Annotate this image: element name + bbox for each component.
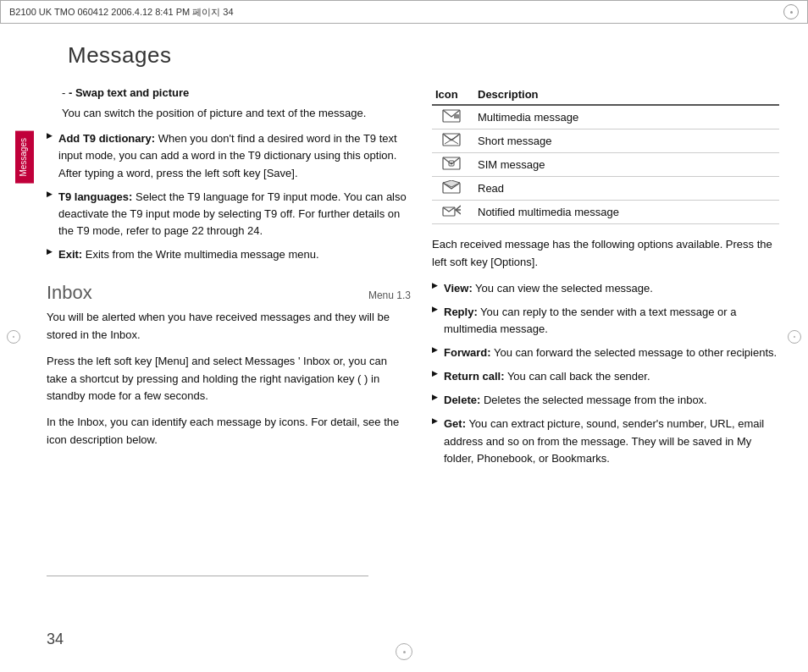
bullet-forward-label: Forward:: [444, 346, 491, 359]
svg-rect-1: [454, 114, 459, 118]
swap-title-text: - Swap text and picture: [69, 86, 189, 99]
icon-notified: [432, 201, 474, 224]
inbox-title-row: Inbox Menu 1.3: [47, 282, 411, 304]
icon-short: [432, 129, 474, 153]
inbox-para1: You will be alerted when you have receiv…: [47, 309, 411, 344]
swap-dash: -: [62, 86, 69, 99]
icon-read: [432, 177, 474, 201]
bullet-reply-text: You can reply to the sender with a text …: [444, 306, 736, 335]
bullet-forward-text: You can forward the selected message to …: [491, 346, 777, 359]
right-circle-decoration: [788, 330, 801, 344]
desc-notified: Notified multimedia message: [474, 201, 779, 224]
table-col-desc: Description: [474, 85, 779, 105]
right-bullet-delete: Delete: Deletes the selected message fro…: [432, 392, 779, 409]
bullet-delete-text: Deletes the selected message from the in…: [480, 394, 706, 406]
desc-multimedia: Multimedia message: [474, 105, 779, 129]
icon-multimedia: [432, 105, 474, 129]
bullet-t9-label: T9 languages:: [58, 190, 132, 203]
short-msg-icon: [442, 133, 461, 146]
bullet-delete-label: Delete:: [444, 394, 480, 406]
each-received-para: Each received message has the following …: [432, 236, 779, 272]
bullet-get-text: You can extract picture, sound, sender's…: [444, 417, 764, 464]
inbox-para2: Press the left soft key [Menu] and selec…: [47, 353, 411, 405]
bullet-view-label: View:: [444, 282, 473, 295]
desc-short: Short message: [474, 129, 779, 153]
header-circle-inner: [790, 11, 793, 14]
bottom-center-circle: [396, 643, 412, 660]
swap-body: You can switch the position of picture a…: [62, 105, 411, 122]
bullet-add-t9-label: Add T9 dictionary:: [58, 132, 155, 145]
bullet-return-label: Return call:: [444, 370, 505, 383]
icon-sim: [432, 153, 474, 177]
right-bullet-return-call: Return call: You can call back the sende…: [432, 368, 779, 385]
header-circle: [783, 4, 799, 19]
right-bullet-get: Get: You can extract picture, sound, sen…: [432, 416, 779, 466]
left-circle-inner: [13, 336, 14, 338]
bottom-circle-inner: [403, 651, 406, 653]
swap-section: - - Swap text and picture You can switch…: [62, 85, 411, 122]
header-bar: B2100 UK TMO 060412 2006.4.12 8:41 PM 페이…: [0, 0, 808, 24]
icon-table: Icon Description Multimedia message: [432, 85, 779, 224]
bullet-reply-label: Reply:: [444, 306, 478, 318]
bullet-exit: Exit: Exits from the Write multimedia me…: [47, 246, 411, 263]
inbox-para3: In the Inbox, you can identify each mess…: [47, 414, 411, 449]
bullet-t9-languages: T9 languages: Select the T9 language for…: [47, 189, 411, 240]
multimedia-msg-icon: [442, 109, 461, 123]
right-bullet-forward: Forward: You can forward the selected me…: [432, 344, 779, 361]
swap-title: - - Swap text and picture: [62, 85, 411, 102]
table-row-read: Read: [432, 177, 779, 201]
left-content: - - Swap text and picture You can switch…: [47, 85, 411, 458]
table-row-multimedia: Multimedia message: [432, 105, 779, 129]
menu-label: Menu 1.3: [368, 289, 411, 301]
table-col-icon: Icon: [432, 85, 474, 105]
header-text: B2100 UK TMO 060412 2006.4.12 8:41 PM 페이…: [9, 6, 234, 19]
notified-msg-icon: [442, 204, 461, 218]
desc-sim: SIM message: [474, 153, 779, 177]
right-bullet-view: View: You can view the selected message.: [432, 280, 779, 297]
bullet-exit-text: Exits from the Write multimedia message …: [82, 248, 318, 261]
bullet-get-label: Get:: [444, 417, 466, 430]
bullet-add-t9: Add T9 dictionary: When you don't find a…: [47, 130, 411, 181]
read-msg-icon: [442, 180, 461, 194]
table-header-row: Icon Description: [432, 85, 779, 105]
table-row-notified: Notified multimedia message: [432, 201, 779, 224]
right-bullet-reply: Reply: You can reply to the sender with …: [432, 304, 779, 338]
right-circle-inner: [794, 336, 795, 338]
page-title: Messages: [68, 42, 172, 69]
table-row-short: Short message: [432, 129, 779, 153]
right-content: Icon Description Multimedia message: [432, 85, 779, 474]
left-circle-decoration: [7, 330, 20, 344]
sidebar-tab: Messages: [15, 131, 34, 184]
bullet-return-text: You can call back the sender.: [505, 370, 650, 383]
bullet-view-text: You can view the selected message.: [473, 282, 653, 295]
bottom-rule-left: [47, 576, 368, 576]
bullet-exit-label: Exit:: [58, 248, 82, 261]
desc-read: Read: [474, 177, 779, 201]
inbox-title: Inbox: [47, 282, 92, 304]
page-number: 34: [47, 631, 64, 648]
svg-rect-9: [451, 162, 452, 164]
table-row-sim: SIM message: [432, 153, 779, 177]
inbox-section: Inbox Menu 1.3 You will be alerted when …: [47, 282, 411, 449]
sim-msg-icon: [442, 157, 461, 170]
